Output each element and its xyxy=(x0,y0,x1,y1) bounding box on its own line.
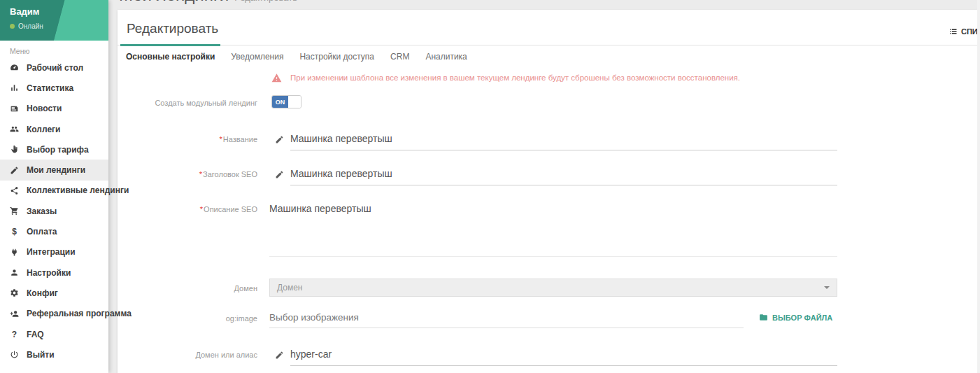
sidebar-item-label: Мои лендинги xyxy=(27,165,85,175)
pencil-icon xyxy=(275,134,284,143)
name-label: Название xyxy=(223,135,257,143)
power-icon xyxy=(10,350,27,359)
dashboard-icon xyxy=(10,63,27,72)
sidebar-item-collective-landings[interactable]: Коллективные лендинги xyxy=(0,181,108,201)
sidebar-item-label: Настройки xyxy=(27,268,71,278)
tab-crm[interactable]: CRM xyxy=(385,45,415,69)
list-view-button[interactable]: СПИСОК xyxy=(949,27,977,36)
warning-icon xyxy=(271,73,282,83)
domain-select-placeholder: Домен xyxy=(277,283,303,293)
og-image-input[interactable]: Выбор изображения xyxy=(269,312,744,328)
pencil-icon xyxy=(275,169,284,178)
sidebar-item-label: Выбор тарифа xyxy=(27,145,89,155)
sidebar-item-label: Коллеги xyxy=(27,125,61,134)
folder-icon xyxy=(759,313,768,322)
sidebar-item-statistics[interactable]: Статистика xyxy=(0,78,108,98)
toggle-off-half xyxy=(288,96,301,108)
template-change-warning: При изменении шаблона все изменения в ва… xyxy=(271,73,740,83)
list-icon xyxy=(949,27,958,36)
gear-icon xyxy=(10,288,27,297)
sidebar-item-desktop[interactable]: Рабочий стол xyxy=(0,57,108,78)
page-title-text: Мои лендинги xyxy=(119,0,229,4)
sidebar-item-label: Новости xyxy=(27,104,62,113)
seo-description-underline xyxy=(269,256,837,257)
page-subtitle: Редактировать xyxy=(234,0,297,3)
seo-description-label: Описание SEO xyxy=(204,205,257,213)
warning-text: При изменении шаблона все изменения в ва… xyxy=(290,73,740,83)
edit-card: Редактировать СПИСОК Основные настройкиУ… xyxy=(118,10,977,373)
modular-landing-label: Создать модульный лендинг xyxy=(118,99,257,107)
page-title: Мои лендингиРедактировать xyxy=(119,0,297,5)
sidebar-item-config[interactable]: Конфиг xyxy=(0,283,108,303)
sidebar-item-colleagues[interactable]: Коллеги xyxy=(0,119,108,139)
pencil-icon xyxy=(275,350,284,359)
domain-label: Домен xyxy=(118,284,257,293)
tab-access-settings[interactable]: Настройки доступа xyxy=(294,45,380,69)
sidebar-item-label: Конфиг xyxy=(27,288,58,298)
sidebar-item-faq[interactable]: ?FAQ xyxy=(0,324,108,344)
tab-analytics[interactable]: Аналитика xyxy=(420,45,472,69)
sidebar-item-news[interactable]: Новости xyxy=(0,99,108,119)
sidebar-item-payment[interactable]: $Оплата xyxy=(0,221,108,241)
sidebar-item-integrations[interactable]: Интеграции xyxy=(0,242,108,262)
tab-notifications[interactable]: Уведомления xyxy=(225,45,289,69)
plug-icon xyxy=(10,248,27,257)
menu-section-label: Меню xyxy=(0,41,108,57)
sidebar-item-label: Заказы xyxy=(27,206,57,216)
seo-title-label: Заголовок SEO xyxy=(203,170,257,178)
user-profile: Вадим Онлайн xyxy=(0,0,108,41)
user-icon xyxy=(10,268,27,277)
sidebar: Вадим Онлайн Меню Рабочий столСтатистика… xyxy=(0,0,108,373)
domain-select[interactable]: Домен xyxy=(269,279,837,297)
seo-title-input[interactable]: Машинка перевертыш xyxy=(290,168,837,185)
required-asterisk: * xyxy=(199,170,202,178)
sidebar-item-tariff[interactable]: Выбор тарифа xyxy=(0,139,108,160)
sidebar-item-label: Коллективные лендинги xyxy=(27,185,129,195)
sidebar-item-label: Рабочий стол xyxy=(27,63,83,73)
card-heading: Редактировать xyxy=(127,21,218,36)
chevron-down-icon xyxy=(824,286,830,289)
tab-main-settings[interactable]: Основные настройки xyxy=(120,44,220,69)
sidebar-item-settings[interactable]: Настройки xyxy=(0,262,108,283)
toggle-on-state: ON xyxy=(272,96,288,108)
sidebar-item-label: Реферальная программа xyxy=(27,309,132,318)
hand-pointer-icon xyxy=(10,145,27,154)
choose-file-button[interactable]: ВЫБОР ФАЙЛА xyxy=(759,313,832,322)
user-name: Вадим xyxy=(10,6,99,17)
sidebar-item-label: Оплата xyxy=(27,227,57,237)
modular-landing-toggle[interactable]: ON xyxy=(271,95,301,108)
required-asterisk: * xyxy=(220,135,222,143)
sidebar-item-label: Статистика xyxy=(27,83,73,93)
sidebar-item-referral[interactable]: Реферальная программа xyxy=(0,304,108,324)
user-status-label: Онлайн xyxy=(18,22,43,30)
cart-icon xyxy=(10,206,27,216)
sidebar-item-label: Выйти xyxy=(27,350,55,360)
required-asterisk: * xyxy=(200,205,203,213)
question-icon: ? xyxy=(10,330,27,339)
sidebar-item-label: FAQ xyxy=(27,330,44,339)
user-plus-icon xyxy=(10,309,27,318)
sidebar-item-orders[interactable]: Заказы xyxy=(0,201,108,221)
user-status: Онлайн xyxy=(10,22,99,30)
online-status-icon xyxy=(10,24,15,29)
sidebar-item-label: Интеграции xyxy=(27,247,76,257)
stats-icon xyxy=(10,83,27,92)
users-icon xyxy=(10,125,27,134)
list-view-label: СПИСОК xyxy=(961,27,977,36)
sidebar-item-my-landings[interactable]: Мои лендинги xyxy=(0,160,108,180)
news-icon xyxy=(10,104,27,113)
tab-bar: Основные настройкиУведомленияНастройки д… xyxy=(118,45,977,69)
sidebar-item-logout[interactable]: Выйти xyxy=(0,344,108,365)
seo-description-textarea[interactable]: Машинка перевертыш xyxy=(269,203,837,214)
pencil-icon xyxy=(10,166,27,175)
scrollbar[interactable] xyxy=(977,0,980,373)
name-input[interactable]: Машинка перевертыш xyxy=(290,133,837,150)
og-image-label: og:image xyxy=(118,314,257,323)
alias-input[interactable]: hyper-car xyxy=(290,349,837,366)
sidebar-menu: Рабочий столСтатистикаНовостиКоллегиВыбо… xyxy=(0,57,108,365)
alias-label: Домен или алиас xyxy=(118,351,257,359)
dollar-icon: $ xyxy=(10,227,27,237)
choose-file-label: ВЫБОР ФАЙЛА xyxy=(772,314,832,322)
share-icon xyxy=(10,186,27,195)
